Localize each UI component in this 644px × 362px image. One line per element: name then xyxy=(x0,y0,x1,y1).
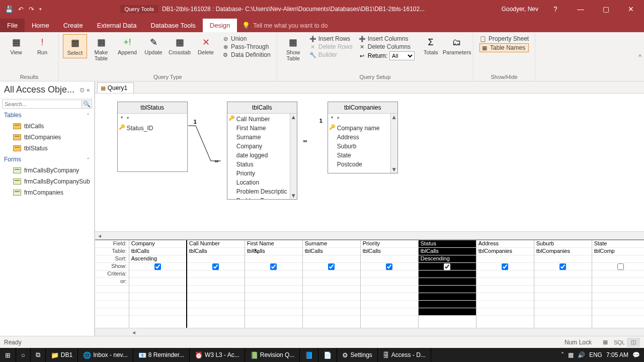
grid-cell[interactable]: tblCalls xyxy=(419,248,476,255)
grid-cell[interactable] xyxy=(245,301,302,308)
grid-cell[interactable] xyxy=(476,278,534,286)
show-checkbox[interactable] xyxy=(154,263,161,270)
nav-form-item[interactable]: frmCallsByCompany xyxy=(0,165,94,176)
qat-dropdown-icon[interactable]: ▾ xyxy=(39,7,42,12)
grid-show-cell[interactable] xyxy=(129,263,186,270)
grid-cell[interactable] xyxy=(245,293,302,301)
grid-cell[interactable] xyxy=(187,270,245,278)
grid-cell[interactable]: Address xyxy=(476,240,534,248)
grid-show-cell[interactable] xyxy=(303,263,360,270)
grid-cell[interactable] xyxy=(129,278,186,286)
grid-cell[interactable] xyxy=(187,308,245,316)
table-field[interactable]: Address xyxy=(328,133,397,142)
grid-cell[interactable] xyxy=(129,293,186,301)
table-field[interactable]: Status_ID xyxy=(118,124,187,133)
grid-cell[interactable] xyxy=(592,286,644,293)
grid-cell[interactable] xyxy=(129,286,186,293)
totals-button[interactable]: ΣTotals xyxy=(419,34,443,57)
tray-notifications-icon[interactable]: 💬 xyxy=(632,351,640,358)
grid-cell[interactable] xyxy=(129,301,186,308)
show-checkbox[interactable] xyxy=(444,263,450,270)
grid-show-cell[interactable] xyxy=(245,263,302,270)
grid-cell[interactable]: Status xyxy=(419,240,476,248)
grid-cell[interactable]: tblCompanies xyxy=(476,248,534,255)
taskbar-app[interactable]: 📘 xyxy=(300,348,318,362)
grid-cell[interactable]: tblCompanies xyxy=(534,248,592,255)
grid-cell[interactable] xyxy=(534,278,592,286)
grid-cell[interactable] xyxy=(592,308,644,316)
grid-cell[interactable]: Priority xyxy=(361,240,418,248)
delete-columns-button[interactable]: ✕Delete Columns xyxy=(359,43,415,50)
show-checkbox[interactable] xyxy=(212,263,219,270)
taskbar-app[interactable]: 🗄Access - D... xyxy=(378,348,431,362)
nav-dropdown-icon[interactable]: ⊙ xyxy=(79,86,85,94)
tab-file[interactable]: File xyxy=(0,19,25,32)
grid-cell[interactable] xyxy=(361,308,418,316)
taskbar-app[interactable]: 🌐Inbox - nev... xyxy=(78,348,133,362)
grid-cell[interactable] xyxy=(361,255,418,263)
grid-cell[interactable] xyxy=(419,308,476,316)
return-select[interactable]: All xyxy=(389,51,415,60)
grid-cell[interactable] xyxy=(361,278,418,286)
tab-home[interactable]: Home xyxy=(25,19,56,32)
tray-lang[interactable]: ENG xyxy=(589,351,602,358)
tray-chevron-icon[interactable]: ˄ xyxy=(561,351,564,358)
show-checkbox[interactable] xyxy=(559,263,566,270)
grid-cell[interactable] xyxy=(592,301,644,308)
table-field[interactable]: Surname xyxy=(227,133,297,142)
grid-cell[interactable] xyxy=(534,308,592,316)
grid-cell[interactable]: Company xyxy=(129,240,186,248)
grid-cell[interactable] xyxy=(303,293,360,301)
grid-cell[interactable] xyxy=(303,270,360,278)
grid-cell[interactable] xyxy=(303,278,360,286)
passthrough-button[interactable]: ⊕Pass-Through xyxy=(222,43,271,50)
delete-button[interactable]: ✕Delete xyxy=(194,34,218,57)
show-checkbox[interactable] xyxy=(386,263,392,270)
show-checkbox[interactable] xyxy=(328,263,335,270)
grid-cell[interactable] xyxy=(187,255,245,263)
collapse-ribbon-icon[interactable]: ^ xyxy=(636,32,644,81)
grid-cell[interactable]: First Name xyxy=(245,240,302,248)
tab-external-data[interactable]: External Data xyxy=(90,19,144,32)
grid-show-cell[interactable] xyxy=(361,263,418,270)
table-tblcompanies[interactable]: tblCompanies ▲▼*Company nameAddressSubur… xyxy=(328,102,398,173)
table-field[interactable]: Company name xyxy=(328,124,397,133)
insert-rows-button[interactable]: ➕Insert Rows xyxy=(309,35,353,42)
grid-column[interactable]: PrioritytblCalls xyxy=(361,240,419,328)
view-design-icon[interactable]: ◫ xyxy=(627,338,640,347)
diagram-hscroll[interactable]: ◂▸ xyxy=(95,231,644,239)
grid-hscroll[interactable]: ◂▸ xyxy=(95,328,644,336)
grid-cell[interactable]: tblCalls xyxy=(129,248,186,255)
grid-cell[interactable]: Ascending xyxy=(129,255,186,263)
grid-cell[interactable] xyxy=(534,255,592,263)
show-checkbox[interactable] xyxy=(270,263,277,270)
relationship-diagram[interactable]: 1 ∞ ∞ 1 tblStatus *Status_ID tblCalls ▲▼… xyxy=(95,94,644,231)
grid-cell[interactable] xyxy=(476,293,534,301)
nav-group-forms[interactable]: Forms⌃ xyxy=(0,154,94,165)
grid-show-cell[interactable] xyxy=(476,263,534,270)
grid-cell[interactable] xyxy=(361,293,418,301)
grid-cell[interactable] xyxy=(534,293,592,301)
grid-cell[interactable] xyxy=(476,255,534,263)
taskbar-app[interactable]: 📄 xyxy=(318,348,337,362)
grid-cell[interactable] xyxy=(245,278,302,286)
grid-cell[interactable]: tblComp xyxy=(592,248,644,255)
grid-cell[interactable] xyxy=(419,278,476,286)
help-icon[interactable]: ? xyxy=(544,0,567,18)
nav-group-tables[interactable]: Tables⌃ xyxy=(0,110,94,121)
tab-database-tools[interactable]: Database Tools xyxy=(143,19,202,32)
table-field[interactable]: First Name xyxy=(227,124,297,133)
tray-palette-icon[interactable]: ▦ xyxy=(568,351,574,358)
table-field[interactable]: Postcode xyxy=(328,160,397,169)
grid-cell[interactable] xyxy=(476,286,534,293)
tab-create[interactable]: Create xyxy=(56,19,90,32)
table-field[interactable]: Priority xyxy=(227,169,297,178)
grid-cell[interactable]: tblCalls xyxy=(303,248,360,255)
tab-design[interactable]: Design xyxy=(203,19,237,32)
system-tray[interactable]: ˄ ▦ 🔊 ENG 7:05 AM 💬 xyxy=(557,351,644,358)
show-checkbox[interactable] xyxy=(502,263,508,270)
grid-cell[interactable] xyxy=(592,293,644,301)
append-button[interactable]: +!Append xyxy=(115,34,139,57)
update-button[interactable]: ✎Update xyxy=(141,34,166,57)
grid-cell[interactable] xyxy=(534,270,592,278)
